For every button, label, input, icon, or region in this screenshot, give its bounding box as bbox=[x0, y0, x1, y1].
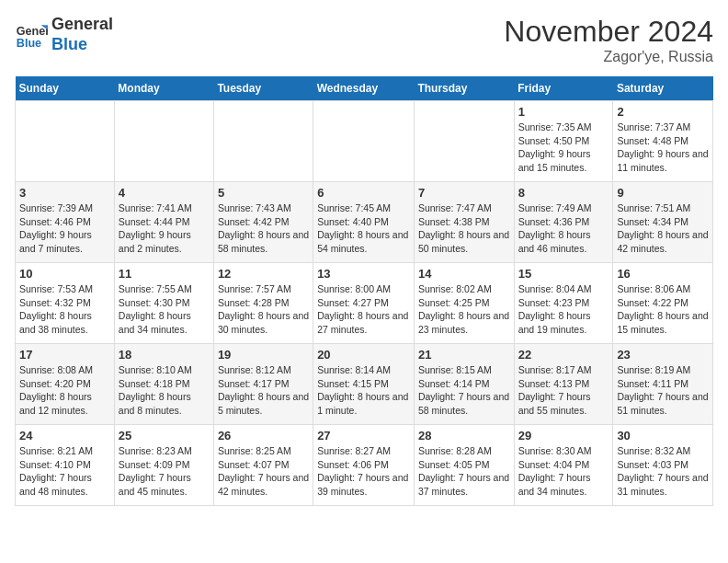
weekday-header-friday: Friday bbox=[514, 76, 613, 101]
day-number: 19 bbox=[218, 348, 309, 362]
day-number: 14 bbox=[418, 267, 510, 281]
day-number: 9 bbox=[617, 186, 709, 200]
day-info: Sunrise: 7:43 AM Sunset: 4:42 PM Dayligh… bbox=[218, 201, 309, 256]
day-number: 23 bbox=[617, 348, 709, 362]
day-info: Sunrise: 7:51 AM Sunset: 4:34 PM Dayligh… bbox=[617, 201, 709, 256]
day-number: 13 bbox=[317, 267, 410, 281]
day-info: Sunrise: 8:10 AM Sunset: 4:18 PM Dayligh… bbox=[119, 363, 210, 418]
calendar-cell: 16Sunrise: 8:06 AM Sunset: 4:22 PM Dayli… bbox=[613, 263, 713, 344]
calendar-cell: 2Sunrise: 7:37 AM Sunset: 4:48 PM Daylig… bbox=[613, 101, 713, 182]
day-info: Sunrise: 7:41 AM Sunset: 4:44 PM Dayligh… bbox=[119, 201, 210, 256]
calendar-week-2: 3Sunrise: 7:39 AM Sunset: 4:46 PM Daylig… bbox=[16, 182, 713, 263]
day-number: 17 bbox=[19, 348, 110, 362]
day-number: 30 bbox=[617, 429, 709, 442]
day-number: 26 bbox=[218, 429, 309, 442]
calendar-cell: 7Sunrise: 7:47 AM Sunset: 4:38 PM Daylig… bbox=[414, 182, 514, 263]
calendar-cell: 29Sunrise: 8:30 AM Sunset: 4:04 PM Dayli… bbox=[514, 425, 613, 506]
day-info: Sunrise: 8:28 AM Sunset: 4:05 PM Dayligh… bbox=[418, 444, 510, 499]
calendar-cell: 13Sunrise: 8:00 AM Sunset: 4:27 PM Dayli… bbox=[313, 263, 415, 344]
weekday-header-thursday: Thursday bbox=[414, 76, 514, 101]
day-number: 2 bbox=[617, 105, 709, 119]
day-info: Sunrise: 8:23 AM Sunset: 4:09 PM Dayligh… bbox=[119, 444, 210, 499]
calendar-cell: 17Sunrise: 8:08 AM Sunset: 4:20 PM Dayli… bbox=[16, 344, 115, 425]
day-number: 10 bbox=[19, 267, 110, 281]
day-number: 20 bbox=[317, 348, 410, 362]
day-number: 7 bbox=[418, 186, 510, 200]
logo-blue: Blue bbox=[51, 35, 113, 55]
calendar-cell: 8Sunrise: 7:49 AM Sunset: 4:36 PM Daylig… bbox=[514, 182, 613, 263]
calendar-cell: 18Sunrise: 8:10 AM Sunset: 4:18 PM Dayli… bbox=[114, 344, 213, 425]
day-info: Sunrise: 8:12 AM Sunset: 4:17 PM Dayligh… bbox=[218, 363, 309, 418]
day-info: Sunrise: 7:53 AM Sunset: 4:32 PM Dayligh… bbox=[19, 282, 110, 337]
day-number: 21 bbox=[418, 348, 510, 362]
calendar-cell: 14Sunrise: 8:02 AM Sunset: 4:25 PM Dayli… bbox=[414, 263, 514, 344]
calendar-week-1: 1Sunrise: 7:35 AM Sunset: 4:50 PM Daylig… bbox=[16, 101, 713, 182]
calendar-week-5: 24Sunrise: 8:21 AM Sunset: 4:10 PM Dayli… bbox=[16, 425, 713, 506]
day-info: Sunrise: 8:30 AM Sunset: 4:04 PM Dayligh… bbox=[518, 444, 609, 499]
calendar-cell: 28Sunrise: 8:28 AM Sunset: 4:05 PM Dayli… bbox=[414, 425, 514, 506]
day-number: 28 bbox=[418, 429, 510, 442]
weekday-header-saturday: Saturday bbox=[613, 76, 713, 101]
day-number: 18 bbox=[119, 348, 210, 362]
calendar-cell: 24Sunrise: 8:21 AM Sunset: 4:10 PM Dayli… bbox=[16, 425, 115, 506]
weekday-header-tuesday: Tuesday bbox=[213, 76, 313, 101]
calendar-cell: 1Sunrise: 7:35 AM Sunset: 4:50 PM Daylig… bbox=[514, 101, 613, 182]
day-info: Sunrise: 8:06 AM Sunset: 4:22 PM Dayligh… bbox=[617, 282, 709, 337]
calendar-week-3: 10Sunrise: 7:53 AM Sunset: 4:32 PM Dayli… bbox=[16, 263, 713, 344]
day-info: Sunrise: 7:37 AM Sunset: 4:48 PM Dayligh… bbox=[617, 121, 709, 175]
location: Zagor'ye, Russia bbox=[504, 49, 713, 65]
calendar-cell: 15Sunrise: 8:04 AM Sunset: 4:23 PM Dayli… bbox=[514, 263, 613, 344]
calendar-cell bbox=[414, 101, 514, 182]
day-info: Sunrise: 7:49 AM Sunset: 4:36 PM Dayligh… bbox=[518, 201, 609, 256]
day-info: Sunrise: 8:21 AM Sunset: 4:10 PM Dayligh… bbox=[19, 444, 110, 499]
calendar-cell: 11Sunrise: 7:55 AM Sunset: 4:30 PM Dayli… bbox=[114, 263, 213, 344]
day-info: Sunrise: 7:57 AM Sunset: 4:28 PM Dayligh… bbox=[218, 282, 309, 337]
weekday-header-wednesday: Wednesday bbox=[313, 76, 415, 101]
calendar-cell bbox=[114, 101, 213, 182]
day-number: 5 bbox=[218, 186, 309, 200]
calendar-cell: 26Sunrise: 8:25 AM Sunset: 4:07 PM Dayli… bbox=[213, 425, 313, 506]
day-info: Sunrise: 7:55 AM Sunset: 4:30 PM Dayligh… bbox=[119, 282, 210, 337]
day-info: Sunrise: 8:04 AM Sunset: 4:23 PM Dayligh… bbox=[518, 282, 609, 337]
calendar-cell: 22Sunrise: 8:17 AM Sunset: 4:13 PM Dayli… bbox=[514, 344, 613, 425]
day-info: Sunrise: 7:39 AM Sunset: 4:46 PM Dayligh… bbox=[19, 201, 110, 256]
title-section: November 2024 Zagor'ye, Russia bbox=[504, 15, 713, 65]
day-info: Sunrise: 8:25 AM Sunset: 4:07 PM Dayligh… bbox=[218, 444, 309, 499]
calendar-cell bbox=[213, 101, 313, 182]
calendar-cell: 3Sunrise: 7:39 AM Sunset: 4:46 PM Daylig… bbox=[16, 182, 115, 263]
page-header: General Blue General Blue November 2024 … bbox=[15, 15, 713, 65]
day-info: Sunrise: 8:08 AM Sunset: 4:20 PM Dayligh… bbox=[19, 363, 110, 418]
calendar-cell: 20Sunrise: 8:14 AM Sunset: 4:15 PM Dayli… bbox=[313, 344, 415, 425]
calendar-cell: 23Sunrise: 8:19 AM Sunset: 4:11 PM Dayli… bbox=[613, 344, 713, 425]
logo-general: General bbox=[51, 15, 113, 35]
calendar-cell bbox=[313, 101, 415, 182]
day-number: 29 bbox=[518, 429, 609, 442]
calendar-cell bbox=[16, 101, 115, 182]
calendar-cell: 5Sunrise: 7:43 AM Sunset: 4:42 PM Daylig… bbox=[213, 182, 313, 263]
day-number: 15 bbox=[518, 267, 609, 281]
calendar-cell: 27Sunrise: 8:27 AM Sunset: 4:06 PM Dayli… bbox=[313, 425, 415, 506]
calendar-cell: 9Sunrise: 7:51 AM Sunset: 4:34 PM Daylig… bbox=[613, 182, 713, 263]
day-info: Sunrise: 7:35 AM Sunset: 4:50 PM Dayligh… bbox=[518, 121, 609, 175]
calendar-cell: 12Sunrise: 7:57 AM Sunset: 4:28 PM Dayli… bbox=[213, 263, 313, 344]
day-info: Sunrise: 8:27 AM Sunset: 4:06 PM Dayligh… bbox=[317, 444, 410, 499]
day-info: Sunrise: 8:14 AM Sunset: 4:15 PM Dayligh… bbox=[317, 363, 410, 418]
calendar-cell: 19Sunrise: 8:12 AM Sunset: 4:17 PM Dayli… bbox=[213, 344, 313, 425]
calendar-cell: 6Sunrise: 7:45 AM Sunset: 4:40 PM Daylig… bbox=[313, 182, 415, 263]
day-info: Sunrise: 8:17 AM Sunset: 4:13 PM Dayligh… bbox=[518, 363, 609, 418]
month-title: November 2024 bbox=[504, 15, 713, 49]
day-info: Sunrise: 8:19 AM Sunset: 4:11 PM Dayligh… bbox=[617, 363, 709, 418]
day-number: 27 bbox=[317, 429, 410, 442]
day-info: Sunrise: 8:00 AM Sunset: 4:27 PM Dayligh… bbox=[317, 282, 410, 337]
logo: General Blue General Blue bbox=[15, 15, 113, 54]
calendar-cell: 4Sunrise: 7:41 AM Sunset: 4:44 PM Daylig… bbox=[114, 182, 213, 263]
weekday-header-monday: Monday bbox=[114, 76, 213, 101]
day-info: Sunrise: 8:02 AM Sunset: 4:25 PM Dayligh… bbox=[418, 282, 510, 337]
day-number: 6 bbox=[317, 186, 410, 200]
calendar-cell: 10Sunrise: 7:53 AM Sunset: 4:32 PM Dayli… bbox=[16, 263, 115, 344]
calendar-cell: 30Sunrise: 8:32 AM Sunset: 4:03 PM Dayli… bbox=[613, 425, 713, 506]
day-info: Sunrise: 8:32 AM Sunset: 4:03 PM Dayligh… bbox=[617, 444, 709, 499]
calendar-cell: 25Sunrise: 8:23 AM Sunset: 4:09 PM Dayli… bbox=[114, 425, 213, 506]
day-number: 4 bbox=[119, 186, 210, 200]
svg-text:Blue: Blue bbox=[17, 36, 41, 49]
